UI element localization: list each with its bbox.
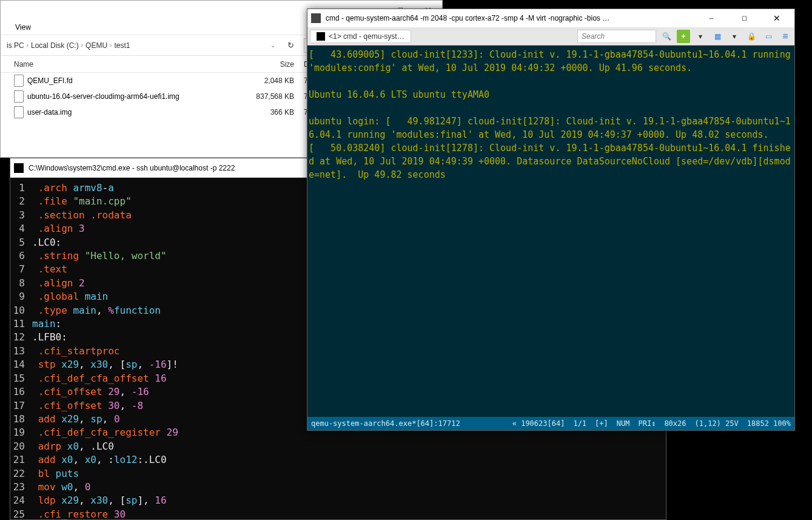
line-number: 6 [10, 249, 32, 263]
line-number: 15 [10, 372, 32, 385]
line-number: 19 [10, 426, 32, 439]
file-icon [14, 106, 24, 118]
cmd-title-text: C:\Windows\system32\cmd.exe - ssh ubuntu… [29, 164, 235, 172]
line-number: 18 [10, 413, 32, 426]
line-number: 8 [10, 277, 32, 290]
status-segment: « 190623[64] [512, 419, 565, 428]
breadcrumb[interactable]: is PC›Local Disk (C:)›QEMU›test1 [5, 39, 263, 52]
line-number: 21 [10, 453, 32, 467]
line-number: 1 [10, 181, 32, 195]
file-size: 837,568 KB [237, 92, 304, 101]
header-name[interactable]: Name [1, 60, 237, 69]
qemu-title-text: cmd - qemu-system-aarch64 -m 2048 -cpu c… [326, 14, 609, 22]
cmd-icon [317, 32, 325, 41]
breadcrumb-segment[interactable]: Local Disk (C:) [30, 39, 80, 52]
line-number: 10 [10, 304, 32, 317]
status-segment: 80x26 [664, 419, 686, 428]
status-segment: 1/1 [573, 419, 586, 428]
breadcrumb-segment[interactable]: is PC [5, 39, 25, 52]
file-size: 366 KB [237, 108, 304, 116]
tab-cmd[interactable]: <1> cmd - qemu-syst… [310, 30, 411, 43]
header-size[interactable]: Size [237, 60, 304, 69]
new-tab-dropdown-icon[interactable]: ▾ [694, 30, 707, 43]
chevron-right-icon: › [110, 42, 112, 49]
file-name: ubuntu-16.04-server-cloudimg-arm64-uefi1… [27, 92, 180, 101]
status-segment: [+] [595, 419, 608, 428]
grid-icon[interactable]: ▦ [711, 30, 724, 43]
maximize-button[interactable]: ☐ [730, 9, 758, 28]
line-number: 16 [10, 385, 32, 399]
file-icon [14, 75, 24, 87]
search-input[interactable] [577, 30, 656, 43]
line-number: 14 [10, 358, 32, 371]
line-number: 20 [10, 440, 32, 453]
status-segment: NUM [617, 419, 630, 428]
file-name: user-data.img [27, 108, 72, 116]
line-number: 4 [10, 222, 32, 235]
qemu-titlebar[interactable]: cmd - qemu-system-aarch64 -m 2048 -cpu c… [307, 9, 794, 27]
line-number: 23 [10, 481, 32, 494]
line-number: 7 [10, 263, 32, 276]
breadcrumb-dropdown-icon[interactable]: ⌄ [268, 42, 278, 49]
cmd-icon [14, 163, 24, 173]
qemu-terminal-window: cmd - qemu-system-aarch64 -m 2048 -cpu c… [307, 8, 795, 431]
breadcrumb-segment[interactable]: QEMU [84, 39, 109, 52]
new-tab-button[interactable]: + [677, 30, 690, 43]
chevron-right-icon: › [81, 42, 83, 49]
refresh-icon[interactable]: ↻ [283, 41, 299, 50]
line-number: 11 [10, 317, 32, 331]
status-segment: (1,12) 25V [695, 419, 739, 428]
line-number: 12 [10, 331, 32, 344]
lock-icon[interactable]: 🔒 [745, 30, 758, 43]
line-number: 25 [10, 508, 32, 520]
line-number: 3 [10, 209, 32, 222]
line-number: 9 [10, 290, 32, 303]
terminal-output[interactable]: [ 43.609005] cloud-init[1233]: Cloud-ini… [307, 46, 794, 417]
status-segment: 18852 100% [747, 419, 791, 428]
minimize-button[interactable]: ─ [697, 9, 725, 28]
chevron-right-icon: › [27, 42, 29, 49]
grid-dropdown-icon[interactable]: ▾ [728, 30, 741, 43]
line-number: 24 [10, 494, 32, 507]
line-number: 2 [10, 195, 32, 208]
line-number: 5 [10, 236, 32, 249]
file-size: 2,048 KB [237, 76, 304, 85]
search-icon[interactable]: 🔍 [660, 30, 673, 43]
tab-label: <1> cmd - qemu-syst… [329, 32, 404, 41]
line-number: 17 [10, 399, 32, 413]
window-icon[interactable]: ▭ [762, 30, 775, 43]
line-number: 22 [10, 467, 32, 481]
tab-bar: <1> cmd - qemu-syst… 🔍 + ▾ ▦ ▾ 🔒 ▭ ≡ [307, 27, 794, 46]
status-process: qemu-system-aarch64.exe*[64]:17712 [311, 419, 504, 428]
file-name: QEMU_EFI.fd [27, 76, 73, 85]
app-icon [311, 13, 321, 23]
menu-icon[interactable]: ≡ [779, 30, 792, 43]
breadcrumb-segment[interactable]: test1 [113, 39, 131, 52]
line-number: 13 [10, 345, 32, 358]
close-button[interactable]: ✕ [763, 9, 791, 28]
status-segment: PRI↕ [638, 419, 656, 428]
file-icon [14, 90, 24, 103]
status-bar: qemu-system-aarch64.exe*[64]:17712 « 190… [307, 417, 794, 430]
